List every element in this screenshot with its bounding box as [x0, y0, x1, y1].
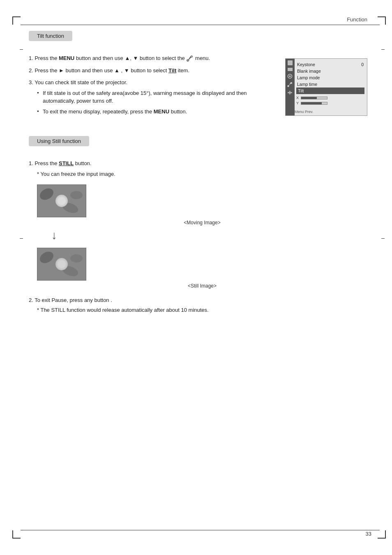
still-image-caption: <Still Image> — [37, 282, 367, 290]
still-section-title: Using Still function — [29, 136, 89, 146]
margin-mark-left-2 — [20, 238, 23, 239]
lampmode-label: Lamp mode — [297, 75, 320, 80]
still-image-demo: <Still Image> — [37, 248, 367, 290]
leaf3 — [70, 191, 83, 199]
margin-mark-right-2 — [381, 238, 385, 239]
bottom-border — [21, 530, 380, 530]
keystone-label: Keystone — [297, 62, 315, 67]
menu-item-tilt: Tilt — [296, 88, 364, 94]
tilt-menu-label: Tilt — [298, 88, 304, 93]
tilt-bullet-1: If tilt state is out of the safety area(… — [37, 89, 277, 105]
menu-footer: Menu Prev. — [295, 110, 313, 114]
tilt-y-bar — [301, 102, 327, 105]
still-note-2-text: * The STILL function would release autom… — [37, 307, 209, 313]
still-note-2: * The STILL function would release autom… — [37, 306, 367, 314]
menu-bold-2: MENU — [154, 108, 169, 115]
margin-mark-right-1 — [381, 49, 385, 50]
blank-label: Blank image — [297, 69, 321, 74]
tilt-step-2: 2. Press the ► button and then use ▲ , ▼… — [29, 67, 277, 75]
still-step-1: 1. Press the STILL button. * You can fre… — [29, 159, 367, 290]
margin-mark-left-1 — [20, 49, 23, 50]
svg-rect-3 — [288, 92, 292, 93]
still-note-1-text: * You can freeze the input image. — [37, 171, 115, 177]
tilt-text: 1. Press the MENU button and then use ▲,… — [29, 54, 277, 120]
page-number: 33 — [366, 531, 371, 537]
tilt-y-row: Y — [296, 101, 364, 105]
moving-image-caption: <Moving Image> — [37, 219, 367, 226]
still-flower-center — [55, 258, 68, 270]
still-step-2: 2. To exit Pause, press any button . * T… — [29, 296, 367, 314]
tilt-step-3: 3. You can check tilt state of the proje… — [29, 78, 277, 115]
corner-mark-tl — [12, 16, 21, 25]
still-leaf1 — [38, 249, 55, 265]
corner-mark-br — [378, 530, 386, 539]
menu-item-keystone: Keystone 0 — [296, 61, 364, 68]
still-bold-label: STILL — [59, 160, 74, 166]
tilt-x-fill — [301, 97, 317, 99]
svg-point-0 — [187, 60, 188, 61]
still-content: 1. Press the STILL button. * You can fre… — [29, 159, 367, 314]
menu-item-blank: Blank image — [296, 68, 364, 74]
still-image-box — [37, 248, 86, 281]
tilt-x-bar — [301, 97, 327, 99]
leaf1 — [38, 186, 55, 202]
menu-screenshot: Keystone 0 Blank image Lamp mode Lamp ti… — [285, 58, 367, 116]
tilt-layout: 1. Press the MENU button and then use ▲,… — [29, 54, 367, 120]
tilt-y-label: Y — [296, 101, 300, 105]
keystone-value: 0 — [361, 62, 364, 67]
top-border — [21, 25, 380, 25]
flower-center — [55, 195, 68, 207]
menu-icon-3 — [287, 74, 293, 79]
svg-point-2 — [289, 76, 291, 77]
still-section: Using Still function 1. Press the STILL … — [29, 136, 367, 314]
moving-image-box — [37, 184, 86, 217]
tilt-y-fill — [301, 102, 322, 104]
tilt-section: Tilt function 1. Press the MENU button a… — [29, 31, 367, 120]
tilt-step-1: 1. Press the MENU button and then use ▲,… — [29, 54, 277, 62]
tilt-x-row: X — [296, 96, 364, 100]
svg-marker-4 — [289, 90, 291, 92]
tilt-bullet-list: If tilt state is out of the safety area(… — [29, 89, 277, 116]
tilt-x-label: X — [296, 96, 300, 100]
menu-icon-1 — [288, 60, 293, 65]
svg-marker-5 — [289, 93, 291, 95]
tilt-instruction-list: 1. Press the MENU button and then use ▲,… — [29, 54, 277, 115]
header-text: Function — [347, 16, 367, 23]
menu-sidebar — [286, 59, 295, 115]
tilt-item-label: Tilt — [168, 67, 176, 74]
still-note-1: * You can freeze the input image. — [37, 170, 367, 178]
still-instruction-list: 1. Press the STILL button. * You can fre… — [29, 159, 367, 314]
menu-icon-4 — [287, 82, 293, 88]
page-header: Function — [29, 16, 367, 23]
menu-bold-1: MENU — [59, 55, 74, 61]
corner-mark-bl — [12, 530, 21, 539]
menu-item-lamptime: Lamp time — [296, 81, 364, 88]
tilt-section-title: Tilt function — [29, 31, 72, 41]
arrow-down: ↓ — [51, 230, 367, 241]
tilt-step-3-text: You can check tilt state of the projecto… — [35, 79, 127, 85]
moving-image-demo: <Moving Image> — [37, 184, 367, 226]
lamptime-label: Lamp time — [297, 82, 317, 87]
menu-item-lampmode: Lamp mode — [296, 74, 364, 81]
still-leaf3 — [70, 254, 83, 263]
corner-mark-tr — [378, 16, 386, 25]
menu-footer-text: Menu Prev. — [295, 110, 313, 114]
tilt-bars: X Y — [296, 96, 364, 105]
still-step-2-text: To exit Pause, press any button . — [35, 297, 112, 303]
wrench-icon — [186, 55, 194, 62]
tilt-bullet-1-text: If tilt state is out of the safety area(… — [43, 90, 247, 104]
menu-content: Keystone 0 Blank image Lamp mode Lamp ti… — [295, 59, 367, 109]
menu-icon-2 — [288, 68, 293, 71]
tilt-bullet-2: To exit the menu display, repeatedly, pr… — [37, 108, 277, 116]
menu-icon-5 — [287, 90, 293, 96]
